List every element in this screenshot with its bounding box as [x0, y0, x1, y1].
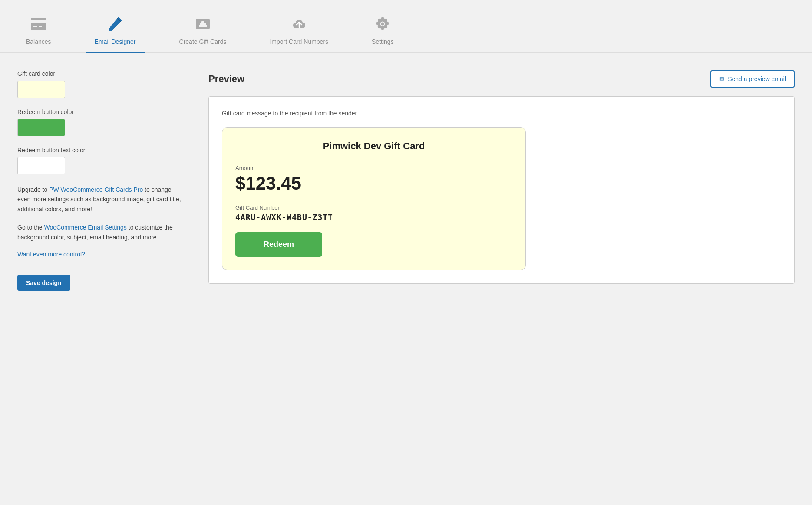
preview-box: Gift card message to the recipient from …: [208, 96, 795, 284]
svg-rect-9: [200, 23, 206, 26]
redeem-button-text-color-label: Redeem button text color: [17, 147, 182, 154]
nav-item-import-card-numbers[interactable]: Import Card Numbers: [261, 9, 337, 53]
svg-rect-3: [39, 26, 42, 27]
import-card-numbers-icon: [290, 15, 308, 35]
upgrade-text-part1: Upgrade to: [17, 186, 49, 193]
svg-rect-1: [31, 20, 46, 23]
more-control-link[interactable]: Want even more control?: [17, 251, 182, 258]
gift-card-amount: $123.45: [235, 173, 512, 194]
redeem-button-text-color-field: Redeem button text color: [17, 147, 182, 174]
main-content: Gift card color Redeem button color Rede…: [0, 53, 812, 308]
nav-item-balances[interactable]: Balances: [17, 9, 60, 53]
gift-card-number-label: Gift Card Number: [235, 204, 512, 211]
nav-label-settings: Settings: [372, 38, 394, 45]
upgrade-text: Upgrade to PW WooCommerce Gift Cards Pro…: [17, 185, 182, 214]
upgrade-pro-link[interactable]: PW WooCommerce Gift Cards Pro: [49, 186, 143, 193]
balances-icon: [30, 15, 47, 35]
svg-rect-0: [31, 18, 46, 30]
nav-item-email-designer[interactable]: Email Designer: [86, 9, 145, 53]
nav-item-create-gift-cards[interactable]: Create Gift Cards: [171, 9, 235, 53]
nav-item-settings[interactable]: Settings: [363, 9, 403, 53]
redeem-button-color-field: Redeem button color: [17, 108, 182, 136]
gift-card-color-label: Gift card color: [17, 70, 182, 77]
save-design-button[interactable]: Save design: [17, 275, 70, 291]
email-settings-text: Go to the WooCommerce Email Settings to …: [17, 223, 182, 242]
svg-point-4: [109, 28, 112, 31]
preview-header: Preview ✉ Send a preview email: [208, 70, 795, 88]
create-gift-cards-icon: [194, 15, 211, 35]
gift-card-title: Pimwick Dev Gift Card: [235, 141, 512, 152]
gift-card-color-swatch[interactable]: [17, 81, 65, 98]
gift-card-amount-label: Amount: [235, 165, 512, 171]
gift-card-color-field: Gift card color: [17, 70, 182, 98]
top-navigation: Balances Email Designer Create Gift Card: [0, 0, 812, 53]
nav-label-create-gift-cards: Create Gift Cards: [179, 38, 227, 45]
envelope-icon: ✉: [719, 75, 724, 82]
settings-icon: [374, 15, 391, 35]
left-panel: Gift card color Redeem button color Rede…: [17, 70, 182, 291]
redeem-button-text-color-swatch[interactable]: [17, 157, 65, 174]
send-preview-label: Send a preview email: [728, 75, 786, 82]
right-panel: Preview ✉ Send a preview email Gift card…: [208, 70, 795, 291]
redeem-button-color-label: Redeem button color: [17, 108, 182, 115]
svg-point-11: [381, 23, 384, 26]
preview-title: Preview: [208, 73, 244, 85]
email-designer-icon: [106, 15, 124, 35]
redeem-button-color-swatch[interactable]: [17, 119, 65, 136]
nav-label-balances: Balances: [26, 38, 51, 45]
nav-label-email-designer: Email Designer: [95, 38, 136, 45]
gift-card: Pimwick Dev Gift Card Amount $123.45 Gif…: [222, 127, 526, 270]
preview-message: Gift card message to the recipient from …: [222, 110, 781, 117]
email-settings-link[interactable]: WooCommerce Email Settings: [44, 224, 126, 231]
gift-card-number: 4ARU-AWXK-W4BU-Z3TT: [235, 213, 512, 222]
redeem-button[interactable]: Redeem: [235, 232, 322, 257]
email-settings-part1: Go to the: [17, 224, 44, 231]
svg-rect-2: [33, 26, 37, 27]
nav-label-import-card-numbers: Import Card Numbers: [270, 38, 328, 45]
send-preview-email-button[interactable]: ✉ Send a preview email: [710, 70, 795, 88]
